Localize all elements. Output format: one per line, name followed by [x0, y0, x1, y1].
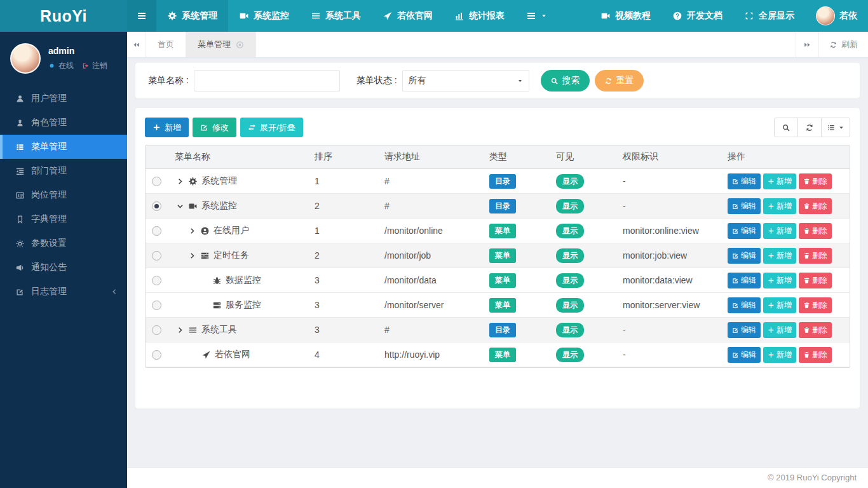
nav-item-system-tools[interactable]: 系统工具 — [300, 0, 372, 32]
ops-cell: 编辑新增删除 — [721, 268, 850, 293]
search-button[interactable]: 搜索 — [541, 70, 590, 92]
row-select-radio[interactable] — [152, 301, 161, 310]
chevron-right-icon[interactable] — [189, 252, 196, 259]
row-delete-button[interactable]: 删除 — [799, 198, 832, 214]
brand-logo[interactable]: RuoYi — [0, 0, 127, 32]
nav-item-ruoyi-site[interactable]: 若依官网 — [372, 0, 444, 32]
row-select-radio[interactable] — [152, 251, 161, 261]
reset-button[interactable]: 重置 — [595, 70, 644, 92]
nav-item-video-tutorial[interactable]: 视频教程 — [590, 0, 661, 32]
row-delete-button[interactable]: 删除 — [799, 248, 832, 264]
refresh-table-button[interactable] — [797, 118, 822, 137]
nav-item-dev-docs[interactable]: 开发文档 — [661, 0, 733, 32]
visible-badge[interactable]: 显示 — [556, 224, 584, 238]
logout-link[interactable]: 注销 — [92, 60, 107, 71]
add-button[interactable]: 新增 — [145, 118, 189, 137]
visible-badge[interactable]: 显示 — [556, 248, 584, 263]
sidebar-item-menu-manage[interactable]: 菜单管理 — [0, 135, 127, 159]
refresh-tab-button[interactable]: 刷新 — [818, 32, 868, 57]
expand-collapse-button[interactable]: 展开/折叠 — [240, 118, 303, 137]
row-select-radio[interactable] — [152, 226, 161, 236]
row-edit-button[interactable]: 编辑 — [728, 322, 761, 338]
row-edit-button[interactable]: 编辑 — [728, 173, 761, 189]
menu-name-label: 系统工具 — [201, 324, 237, 336]
row-delete-button[interactable]: 删除 — [799, 347, 832, 363]
row-add-button[interactable]: 新增 — [763, 297, 796, 313]
tabs-scroll-left-button[interactable] — [127, 32, 146, 57]
row-delete-button[interactable]: 删除 — [799, 273, 832, 288]
sidebar-item-notice-manage[interactable]: 通知公告 — [0, 255, 127, 280]
row-edit-button[interactable]: 编辑 — [728, 223, 761, 239]
row-select-radio[interactable] — [152, 276, 161, 285]
caret-down-icon — [838, 125, 844, 131]
row-edit-label: 编辑 — [741, 176, 756, 187]
menu-name-label: 服务监控 — [226, 299, 261, 311]
visible-badge[interactable]: 显示 — [556, 348, 584, 362]
menu-name-input[interactable] — [194, 70, 340, 92]
chevron-right-icon[interactable] — [177, 327, 184, 334]
row-add-button[interactable]: 新增 — [763, 223, 796, 239]
sidebar-toggle-button[interactable] — [127, 0, 156, 32]
row-edit-button[interactable]: 编辑 — [728, 297, 761, 313]
row-delete-button[interactable]: 删除 — [799, 223, 832, 239]
row-select-radio[interactable] — [152, 177, 161, 186]
modify-button-label: 修改 — [212, 122, 229, 133]
chevron-right-icon[interactable] — [177, 178, 184, 185]
tabs-scroll-right-button[interactable] — [796, 32, 818, 57]
post-icon — [15, 191, 25, 200]
nav-item-system-monitor[interactable]: 系统监控 — [228, 0, 300, 32]
sort-cell: 3 — [308, 268, 378, 293]
caret-down-icon — [541, 13, 547, 19]
main-content: 菜单名称 : 菜单状态 : 所有 搜索 重置 新增 修改 — [127, 60, 868, 467]
nav-item-profile[interactable]: 若依 — [805, 0, 868, 32]
menu-status-select[interactable]: 所有 — [402, 70, 529, 92]
close-tab-icon[interactable] — [236, 41, 244, 49]
row-edit-button[interactable]: 编辑 — [728, 248, 761, 264]
row-select-radio[interactable] — [152, 350, 161, 360]
visible-badge[interactable]: 显示 — [556, 273, 584, 288]
sidebar-item-user-manage[interactable]: 用户管理 — [0, 86, 127, 111]
sidebar-item-dept-manage[interactable]: 部门管理 — [0, 159, 127, 183]
sidebar-item-post-manage[interactable]: 岗位管理 — [0, 183, 127, 207]
sidebar-item-role-manage[interactable]: 角色管理 — [0, 111, 127, 135]
sidebar-item-param-settings[interactable]: 参数设置 — [0, 231, 127, 255]
tab-menu-manage[interactable]: 菜单管理 — [186, 32, 256, 57]
row-add-button[interactable]: 新增 — [763, 248, 796, 264]
visible-badge[interactable]: 显示 — [556, 174, 584, 189]
nav-item-stats-report[interactable]: 统计报表 — [444, 0, 515, 32]
chevron-right-icon[interactable] — [189, 227, 196, 234]
row-delete-button[interactable]: 删除 — [799, 173, 832, 189]
visible-badge[interactable]: 显示 — [556, 323, 584, 337]
row-add-button[interactable]: 新增 — [763, 347, 796, 363]
video-icon — [600, 11, 611, 21]
table-row-scheduled-jobs: 定时任务2/monitor/job菜单显示monitor:job:view编辑新… — [146, 243, 850, 268]
modify-button[interactable]: 修改 — [193, 118, 236, 137]
row-add-button[interactable]: 新增 — [763, 173, 796, 189]
sidebar-item-log-manage[interactable]: 日志管理 — [0, 280, 127, 304]
nav-item-more-menu[interactable] — [515, 0, 558, 32]
row-add-button[interactable]: 新增 — [763, 273, 796, 288]
send-icon — [201, 350, 211, 360]
user-avatar[interactable] — [10, 43, 41, 74]
sidebar-item-dict-manage[interactable]: 字典管理 — [0, 207, 127, 231]
row-delete-button[interactable]: 删除 — [799, 322, 832, 338]
row-edit-button[interactable]: 编辑 — [728, 347, 761, 363]
visible-badge[interactable]: 显示 — [556, 199, 584, 214]
bars-icon — [526, 11, 536, 21]
nav-item-fullscreen[interactable]: 全屏显示 — [733, 0, 805, 32]
tab-home[interactable]: 首页 — [146, 32, 186, 57]
row-delete-button[interactable]: 删除 — [799, 297, 832, 313]
visible-badge[interactable]: 显示 — [556, 298, 584, 313]
row-edit-button[interactable]: 编辑 — [728, 198, 761, 214]
nav-item-system-manage[interactable]: 系统管理 — [156, 0, 228, 32]
columns-button[interactable] — [821, 118, 850, 137]
menu-name-cell: 系统监控 — [175, 200, 302, 212]
row-select-radio[interactable] — [152, 325, 161, 335]
show-search-button[interactable] — [774, 118, 798, 137]
row-add-button[interactable]: 新增 — [763, 322, 796, 338]
row-edit-button[interactable]: 编辑 — [728, 273, 761, 288]
chevron-down-icon[interactable] — [177, 203, 184, 210]
row-add-button[interactable]: 新增 — [763, 198, 796, 214]
row-select-radio[interactable] — [152, 201, 161, 211]
user-circle-icon — [200, 226, 210, 236]
